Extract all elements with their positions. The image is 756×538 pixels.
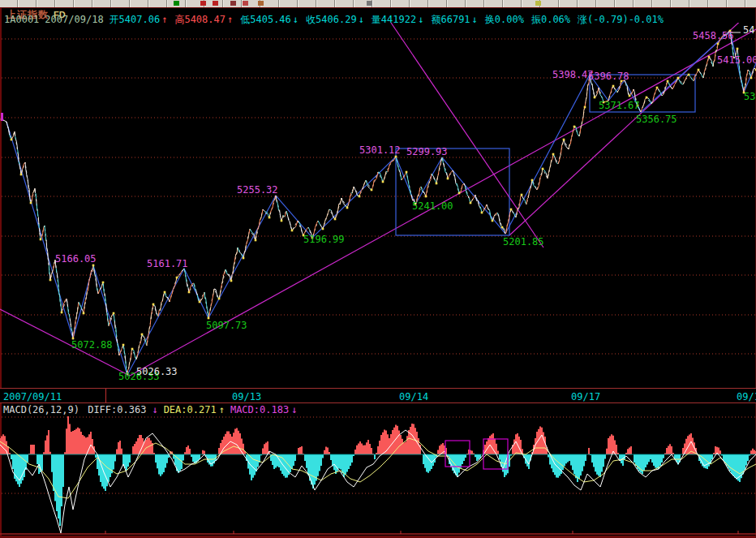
price-dot (92, 265, 95, 267)
price-segment (450, 170, 453, 174)
price-segment (430, 180, 431, 182)
price-segment (220, 289, 221, 295)
price-segment (596, 93, 598, 97)
date-axis-tick (105, 389, 106, 402)
toolbar-button-icon[interactable] (535, 1, 541, 6)
price-dot (708, 56, 711, 58)
price-label: 5255.32 (237, 185, 278, 195)
toolbar-button-icon[interactable] (367, 1, 372, 6)
price-dot (573, 126, 576, 128)
macd-value: MACD:0.183 (230, 404, 289, 415)
diff-value: DIFF:0.363 (88, 404, 146, 415)
date-label: 2007/09/11 (3, 391, 62, 402)
price-segment (36, 193, 37, 194)
price-segment (258, 225, 259, 228)
price-segment (125, 355, 126, 361)
toolbar-button-icon[interactable] (213, 1, 218, 6)
price-dot (584, 106, 586, 109)
macd-panel[interactable] (0, 416, 756, 536)
price-dot (677, 77, 680, 80)
price-dot (667, 80, 669, 83)
macd-canvas (0, 416, 756, 536)
price-segment (479, 206, 481, 207)
price-segment (457, 183, 457, 187)
price-segment (37, 199, 37, 204)
price-segment (58, 291, 59, 295)
price-segment (118, 343, 118, 347)
price-segment (634, 89, 634, 93)
main-chart-panel[interactable]: 5166.055161.715255.325301.125299.935398.… (0, 23, 756, 388)
price-segment (79, 302, 80, 306)
price-segment (56, 265, 57, 269)
toolbar-strip[interactable] (0, 0, 756, 8)
price-segment (174, 286, 175, 289)
price-segment (71, 330, 72, 332)
price-label: 5201.85 (503, 237, 544, 247)
price-segment (38, 217, 39, 224)
price-segment (57, 273, 58, 273)
price-label: 5299.93 (406, 147, 448, 157)
price-segment (707, 60, 707, 65)
price-segment (560, 154, 561, 157)
price-segment (77, 312, 78, 314)
annotation-box (396, 148, 509, 235)
price-segment (39, 228, 40, 233)
price-segment (90, 270, 91, 277)
price-dot (542, 168, 544, 170)
price-segment (43, 227, 44, 234)
price-segment (19, 161, 19, 164)
price-segment (548, 170, 549, 174)
price-segment (286, 211, 287, 215)
price-dot (563, 139, 565, 141)
price-label: 5301.12 (359, 145, 401, 155)
price-segment (234, 257, 235, 262)
price-segment (107, 313, 108, 319)
price-segment (747, 70, 748, 74)
price-segment (106, 312, 107, 313)
price-segment (29, 188, 30, 196)
price-segment (187, 282, 187, 287)
price-segment (270, 209, 271, 213)
price-segment (487, 204, 488, 209)
price-segment (201, 297, 203, 300)
price-segment (118, 347, 119, 351)
price-dot (470, 202, 472, 204)
price-segment (61, 303, 62, 308)
price-segment (209, 311, 210, 314)
price-segment (551, 160, 552, 166)
price-segment (429, 182, 430, 184)
dea-value: DEA:0.271 (164, 404, 217, 415)
toolbar-button-icon[interactable] (258, 1, 264, 6)
price-dot (176, 277, 178, 279)
price-segment (213, 289, 214, 294)
price-segment (106, 303, 107, 312)
toolbar-button-icon[interactable] (243, 1, 248, 6)
price-segment (28, 179, 28, 182)
price-segment (593, 89, 594, 93)
price-dot (447, 178, 449, 180)
price-segment (427, 186, 427, 191)
price-dot (255, 239, 257, 242)
price-label: 5415.00 (717, 55, 756, 65)
price-segment (318, 221, 320, 226)
toolbar-button-icon[interactable] (174, 1, 179, 6)
price-segment (580, 127, 581, 133)
price-dot (737, 48, 739, 50)
price-segment (129, 363, 130, 368)
price-dot (521, 194, 523, 196)
price-label: 5072.88 (71, 340, 113, 350)
price-segment (581, 125, 582, 127)
price-segment (713, 61, 714, 67)
price-segment (108, 320, 109, 323)
toolbar-button-icon[interactable] (230, 1, 236, 6)
price-dot (612, 85, 615, 88)
price-segment (46, 240, 47, 248)
price-dot (188, 291, 191, 294)
price-segment (68, 307, 69, 313)
price-segment (214, 289, 216, 290)
price-dot (698, 69, 700, 71)
price-segment (672, 85, 674, 89)
price-segment (144, 336, 145, 339)
price-segment (49, 260, 49, 265)
toolbar-button-icon[interactable] (200, 1, 206, 6)
